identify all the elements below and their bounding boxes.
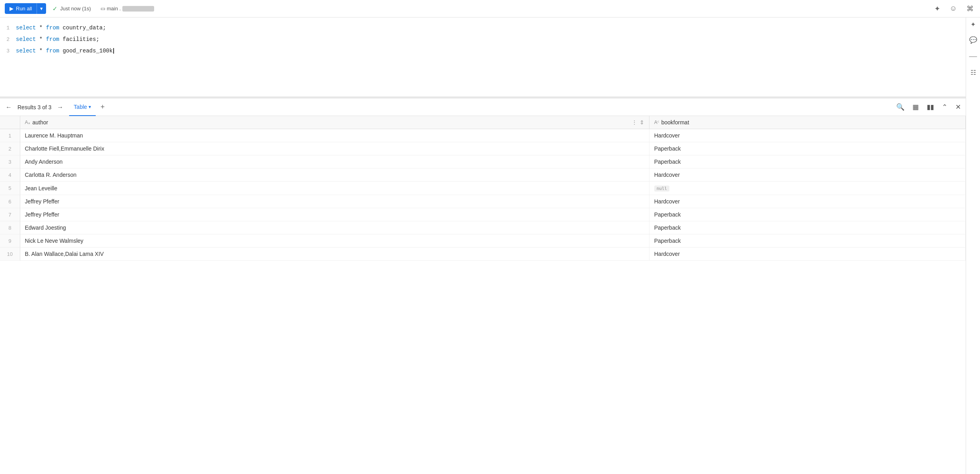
main-container: 1 select * from country_data; 2 select *… [0,17,980,474]
columns-button[interactable]: ▮▮ [925,101,936,113]
table-row: 9Nick Le Neve WalmsleyPaperback [0,234,966,248]
code-editor[interactable]: 1 select * from country_data; 2 select *… [0,17,966,97]
next-result-button[interactable]: → [55,102,66,112]
line-content-2: select * from facilities; [16,35,966,44]
db-info: ▭ main . [101,6,154,12]
status-text: Just now (1s) [60,6,91,12]
play-icon: ▶ [10,6,14,12]
code-line-1: 1 select * from country_data; [0,22,966,34]
results-tabs: ← Results 3 of 3 → Table ▾ + 🔍 ▦ ▮ [0,99,966,116]
bookformat-cell: Hardcover [649,195,965,208]
bookformat-cell: Paperback [649,142,965,155]
table-row: 2Charlotte Fiell,Emmanuelle DirixPaperba… [0,142,966,155]
row-number: 8 [0,221,20,234]
author-cell: Jeffrey Pfeffer [20,195,649,208]
bookformat-cell: Paperback [649,155,965,168]
table-row: 5Jean Leveillenull [0,182,966,195]
table-row: 6Jeffrey PfefferHardcover [0,195,966,208]
row-number: 9 [0,234,20,248]
check-icon: ✓ [52,5,58,12]
line-number-2: 2 [0,35,16,44]
chevron-up-icon: ⌃ [942,103,947,111]
table-container[interactable]: Aₐ author ⋮ ⇕ Aᶜ bookformat [0,116,966,474]
row-number: 3 [0,155,20,168]
author-col-menu-button[interactable]: ⋮ [632,119,637,126]
db-schema-placeholder [122,6,154,12]
line-number-1: 1 [0,23,16,33]
bookformat-type-icon: Aᶜ [654,120,659,125]
row-number: 1 [0,129,20,142]
table-row: 10B. Alan Wallace,Dalai Lama XIVHardcove… [0,248,966,261]
bookformat-cell: Paperback [649,221,965,234]
prev-result-button[interactable]: ← [3,102,14,112]
row-number: 6 [0,195,20,208]
run-all-button[interactable]: ▶ Run all ▾ [5,3,46,14]
bookformat-cell: Paperback [649,234,965,248]
sparkle-icon: ✦ [934,5,940,13]
search-button[interactable]: 🔍 [895,101,906,113]
code-line-3: 3 select * from good_reads_100k [0,45,966,57]
null-badge: null [654,186,670,192]
toolbar-status: ✓ Just now (1s) [52,5,91,12]
table-row: 1Laurence M. HauptmanHardcover [0,129,966,142]
keyboard-shortcut-button[interactable]: ⌘ [965,3,975,15]
search-icon: 🔍 [896,103,905,111]
bookformat-column-header[interactable]: Aᶜ bookformat [649,116,965,129]
author-type-icon: Aₐ [25,120,30,125]
results-panel: ← Results 3 of 3 → Table ▾ + 🔍 ▦ ▮ [0,99,966,474]
line-number-3: 3 [0,46,16,56]
code-line-2: 2 select * from facilities; [0,34,966,45]
author-cell: Edward Joesting [20,221,649,234]
row-number: 2 [0,142,20,155]
columns-icon: ▮▮ [927,103,934,111]
author-column-label: author [33,119,48,126]
row-number: 10 [0,248,20,261]
author-cell: Andy Anderson [20,155,649,168]
author-cell: Jeffrey Pfeffer [20,208,649,221]
table-row: 8Edward JoestingPaperback [0,221,966,234]
table-body: 1Laurence M. HauptmanHardcover2Charlotte… [0,129,966,261]
add-tab-button[interactable]: + [99,103,106,111]
author-cell: Carlotta R. Anderson [20,168,649,182]
bookformat-cell: Hardcover [649,129,965,142]
run-all-label: Run all [16,6,32,12]
data-table: Aₐ author ⋮ ⇕ Aᶜ bookformat [0,116,966,261]
keyboard-icon: ⌘ [966,5,974,13]
chat-side-icon[interactable]: 💬 [969,36,977,44]
bookformat-cell: null [649,182,965,195]
row-number: 4 [0,168,20,182]
divider-line: — [969,52,977,61]
grid-side-icon[interactable]: ☷ [970,69,976,76]
row-number-header [0,116,20,129]
collapse-button[interactable]: ⌃ [940,101,949,113]
author-cell: Charlotte Fiell,Emmanuelle Dirix [20,142,649,155]
author-cell: Jean Leveille [20,182,649,195]
table-tab-dropdown[interactable]: ▾ [89,104,91,110]
author-column-header[interactable]: Aₐ author ⋮ ⇕ [20,116,649,129]
table-row: 7Jeffrey PfefferPaperback [0,208,966,221]
run-all-main: ▶ Run all [5,3,37,14]
close-results-button[interactable]: ✕ [954,101,963,113]
table-tab-label: Table [74,104,87,110]
toolbar-right: ✦ ☺ ⌘ [933,3,975,15]
close-icon: ✕ [955,103,961,111]
chat-button[interactable]: ☺ [948,3,959,14]
results-actions: 🔍 ▦ ▮▮ ⌃ ✕ [895,101,963,113]
run-all-caret-button[interactable]: ▾ [37,3,46,14]
line-content-1: select * from country_data; [16,23,966,33]
author-cell: Nick Le Neve Walmsley [20,234,649,248]
table-header-row: Aₐ author ⋮ ⇕ Aᶜ bookformat [0,116,966,129]
author-cell: Laurence M. Hauptman [20,129,649,142]
toolbar: ▶ Run all ▾ ✓ Just now (1s) ▭ main . ✦ ☺… [0,0,980,17]
editor-results: 1 select * from country_data; 2 select *… [0,17,966,474]
author-col-sort-button[interactable]: ⇕ [640,119,644,126]
table-row: 4Carlotta R. AndersonHardcover [0,168,966,182]
sparkle-side-icon[interactable]: ✦ [970,21,976,28]
filter-button[interactable]: ▦ [911,101,920,113]
author-cell: B. Alan Wallace,Dalai Lama XIV [20,248,649,261]
bookformat-cell: Paperback [649,208,965,221]
row-number: 7 [0,208,20,221]
filter-icon: ▦ [912,103,919,111]
table-tab[interactable]: Table ▾ [69,99,96,116]
sparkle-button[interactable]: ✦ [933,3,942,15]
